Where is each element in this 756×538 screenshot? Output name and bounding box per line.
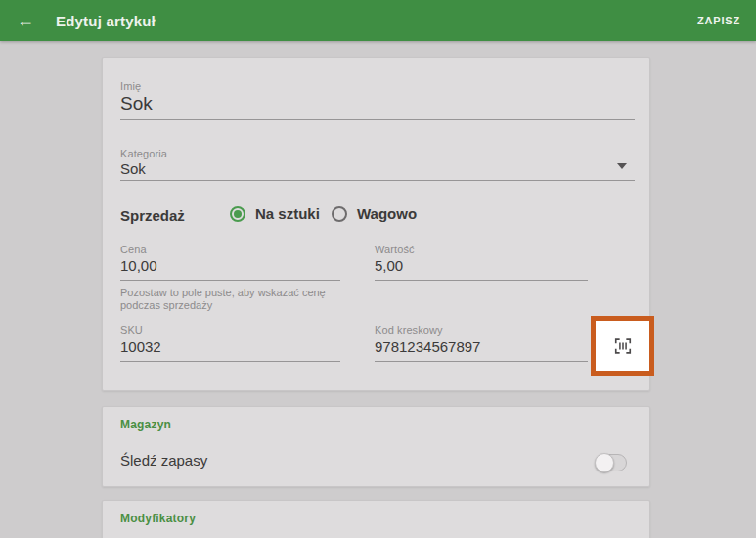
toggle-thumb <box>595 453 614 472</box>
sku-field-label: SKU <box>120 324 143 336</box>
track-stock-toggle[interactable] <box>596 454 627 471</box>
sold-by-row: Sprzedaż Na sztuki Wagowo <box>120 205 629 225</box>
price-field-underline <box>120 280 340 281</box>
radio-sold-by-weight-label: Wagowo <box>357 205 417 222</box>
sku-field-value[interactable]: 10032 <box>120 338 161 355</box>
inventory-section-header: Magazyn <box>120 418 171 431</box>
radio-selected-icon <box>230 206 245 222</box>
name-field-label: Imię <box>120 80 141 92</box>
price-helper-text: Pozostaw to pole puste, aby wskazać cenę… <box>120 287 347 312</box>
barcode-field-value[interactable]: 9781234567897 <box>375 338 480 355</box>
cost-field-label: Wartość <box>375 244 415 255</box>
save-button[interactable]: ZAPISZ <box>697 15 740 26</box>
name-field-value[interactable]: Sok <box>120 93 153 114</box>
price-field-value[interactable]: 10,00 <box>120 257 157 274</box>
chevron-down-icon[interactable] <box>617 163 627 169</box>
cost-field-value[interactable]: 5,00 <box>375 257 403 274</box>
page-title: Edytuj artykuł <box>56 13 156 29</box>
barcode-field-underline <box>375 361 588 362</box>
app-bar: ← Edytuj artykuł ZAPISZ <box>0 0 756 41</box>
radio-sold-by-weight[interactable]: Wagowo <box>332 205 417 222</box>
barcode-scan-icon <box>612 336 634 357</box>
radio-sold-by-each[interactable]: Na sztuki <box>230 205 320 222</box>
barcode-field-label: Kod kreskowy <box>375 324 443 336</box>
sku-field-underline <box>120 361 340 362</box>
modifiers-card: Modyfikatory <box>102 500 650 538</box>
item-details-card: Imię Sok Kategoria Sok Sprzedaż Na sztuk… <box>102 57 650 391</box>
radio-unselected-icon <box>332 206 347 222</box>
name-field-underline <box>120 119 635 120</box>
barcode-scan-button[interactable] <box>591 316 654 376</box>
back-arrow-icon[interactable]: ← <box>14 9 37 32</box>
inventory-card: Magazyn Śledź zapasy <box>102 406 650 487</box>
track-stock-label: Śledź zapasy <box>120 452 207 469</box>
price-field-label: Cena <box>120 244 147 255</box>
sold-by-label: Sprzedaż <box>120 207 185 224</box>
modifiers-section-header: Modyfikatory <box>120 512 196 525</box>
category-field-underline <box>120 180 635 181</box>
cost-field-underline <box>375 280 588 281</box>
category-select-value[interactable]: Sok <box>120 160 146 177</box>
category-field-label: Kategoria <box>120 148 167 159</box>
radio-sold-by-each-label: Na sztuki <box>255 205 320 222</box>
